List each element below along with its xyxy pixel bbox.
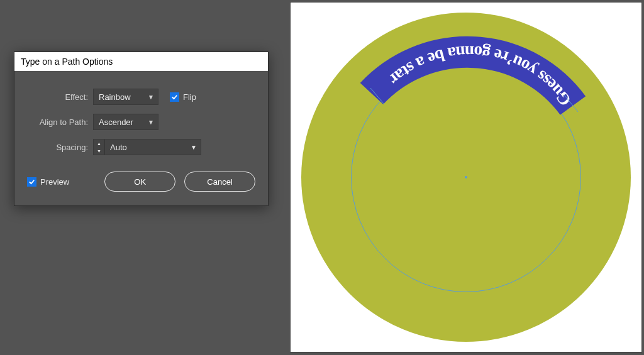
flip-checkbox[interactable]: Flip [170,92,196,102]
checkmark-icon [170,92,179,102]
spacing-label: Spacing: [27,143,93,152]
spacing-field[interactable]: ▲ ▼ Auto ▼ [93,139,201,155]
type-on-path-options-dialog: Type on a Path Options Effect: Rainbow ▼… [14,52,269,206]
artboard: Guess you’re gonna be a star [290,2,642,352]
preview-checkbox[interactable]: Preview [27,177,69,187]
spacing-stepper[interactable]: ▲ ▼ [94,139,105,155]
chevron-down-icon: ▼ [148,94,154,101]
stepper-down-icon[interactable]: ▼ [94,147,104,155]
chevron-down-icon[interactable]: ▼ [187,144,201,151]
stepper-up-icon[interactable]: ▲ [94,139,104,147]
outer-circle: Guess you’re gonna be a star [301,13,631,342]
effect-value: Rainbow [99,92,131,102]
align-value: Ascender [99,117,133,127]
effect-select[interactable]: Rainbow ▼ [93,89,158,105]
chevron-down-icon: ▼ [148,119,154,126]
align-select[interactable]: Ascender ▼ [93,114,158,130]
type-on-path-svg: Guess you’re gonna be a star [301,13,631,342]
cancel-button[interactable]: Cancel [184,172,255,192]
preview-label: Preview [40,177,69,187]
checkmark-icon [27,177,36,187]
flip-label: Flip [183,92,196,102]
align-label: Align to Path: [27,117,93,127]
dialog-title: Type on a Path Options [14,52,268,71]
spacing-value: Auto [105,143,187,152]
effect-label: Effect: [27,92,93,102]
ok-button[interactable]: OK [104,172,175,192]
